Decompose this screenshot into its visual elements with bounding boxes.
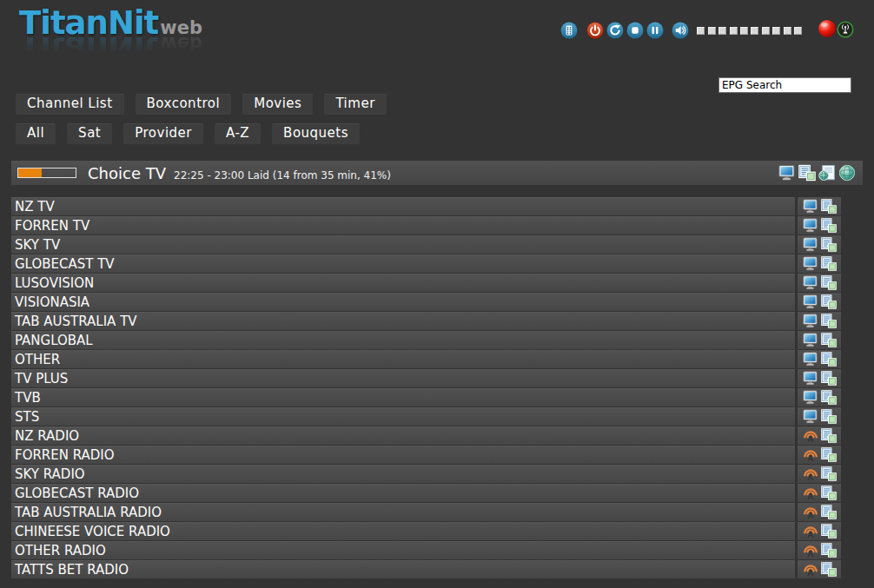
channel-name-cell[interactable]: PANGLOBAL [11,331,795,349]
channel-name-cell[interactable]: CHINEESE VOICE RADIO [11,522,795,540]
restart-icon[interactable] [606,22,624,39]
epg-icon[interactable] [821,428,837,443]
radio-icon[interactable] [803,428,818,443]
remote-icon[interactable] [560,22,578,39]
epg-copy-icon[interactable] [798,164,816,182]
tab-movies[interactable]: Movies [242,94,313,115]
channel-name-cell[interactable]: TATTS BET RADIO [11,560,795,578]
epg-icon[interactable] [821,505,837,519]
epg-icon[interactable] [821,486,837,500]
epg-icon[interactable] [821,237,837,252]
volume-segment[interactable] [784,27,791,35]
channel-name-cell[interactable]: LUSOVISION [11,274,795,292]
globe-icon[interactable] [838,164,856,182]
epg-icon[interactable] [821,199,837,214]
channel-name-cell[interactable]: STS [11,407,795,426]
channel-row: TAB AUSTRALIA RADIO [11,503,841,521]
volume-segment[interactable] [730,27,738,35]
channel-name-cell[interactable]: GLOBECAST TV [11,254,795,273]
tab-boxcontrol[interactable]: Boxcontrol [136,94,232,115]
epg-icon[interactable] [821,390,837,405]
epg-icon[interactable] [821,409,837,424]
radio-icon[interactable] [803,543,818,558]
epg-icon[interactable] [821,256,837,271]
volume-segment[interactable] [772,27,780,35]
channel-name-cell[interactable]: NZ TV [11,197,795,215]
filter-sat[interactable]: Sat [67,123,112,144]
tv-zap-icon[interactable] [803,333,818,347]
epg-icon[interactable] [821,333,837,347]
radio-icon[interactable] [803,524,818,538]
epg-icon[interactable] [821,352,837,367]
channel-name-cell[interactable]: NZ RADIO [11,426,795,445]
channel-name: SKY TV [15,237,60,253]
tv-zap-icon[interactable] [803,314,818,328]
app-logo: TitanNitweb TitanNitweb [19,7,202,64]
channel-name-cell[interactable]: SKY TV [11,235,795,254]
filter-all[interactable]: All [16,123,56,144]
speaker-icon[interactable] [672,22,689,39]
volume-segment[interactable] [762,27,770,35]
channel-name-cell[interactable]: FORREN TV [11,216,795,235]
channel-name-cell[interactable]: TV PLUS [11,369,795,387]
volume-segment[interactable] [697,27,705,35]
volume-segment[interactable] [708,27,716,35]
epg-icon[interactable] [821,314,837,328]
epg-icon[interactable] [821,371,837,386]
tv-zap-icon[interactable] [803,390,818,405]
radio-icon[interactable] [803,562,818,577]
stream-icon[interactable] [837,21,854,38]
channel-name-cell[interactable]: VISIONASIA [11,293,795,311]
tv-zap-icon[interactable] [803,409,818,424]
record-icon [818,19,837,38]
filter-a-z[interactable]: A-Z [215,123,261,144]
channel-name-cell[interactable]: TVB [11,388,795,406]
channel-name-cell[interactable]: TAB AUSTRALIA RADIO [11,503,795,521]
filter-provider[interactable]: Provider [123,123,203,144]
tv-zap-icon[interactable] [803,294,818,309]
epg-search-input[interactable] [718,77,851,93]
epg-icon[interactable] [821,524,837,538]
volume-segment[interactable] [740,27,748,35]
epg-icon[interactable] [821,447,837,462]
channel-name-cell[interactable]: OTHER RADIO [11,541,795,559]
volume-segment[interactable] [794,27,802,35]
channel-row: NZ RADIO [11,426,841,445]
tab-channel-list[interactable]: Channel List [16,94,124,115]
volume-segment[interactable] [718,27,726,35]
channel-row: TATTS BET RADIO [11,560,841,578]
epg-icon[interactable] [821,294,837,309]
epg-web-icon[interactable] [818,164,836,182]
power-icon[interactable] [586,22,604,39]
radio-icon[interactable] [803,486,818,500]
epg-icon[interactable] [821,562,837,577]
tab-timer[interactable]: Timer [324,94,386,115]
channel-name-cell[interactable]: FORREN RADIO [11,446,795,464]
volume-segment[interactable] [751,27,758,35]
epg-icon[interactable] [821,543,837,558]
tv-zap-icon[interactable] [803,237,818,252]
pause-icon[interactable] [646,22,664,39]
channel-name-cell[interactable]: GLOBECAST RADIO [11,484,795,502]
channel-name-cell[interactable]: SKY RADIO [11,465,795,483]
stop-icon[interactable] [626,22,644,39]
epg-icon[interactable] [821,466,837,481]
tv-icon[interactable] [778,164,796,182]
filter-bouquets[interactable]: Bouquets [272,123,360,144]
tv-zap-icon[interactable] [803,256,818,271]
tv-zap-icon[interactable] [803,275,818,290]
radio-icon[interactable] [803,447,818,462]
tv-zap-icon[interactable] [803,199,818,214]
now-playing-info: Choice TV 22:25 - 23:00 Laid (14 from 35… [88,164,391,182]
tv-zap-icon[interactable] [803,218,818,233]
epg-icon[interactable] [821,218,837,233]
channel-name-cell[interactable]: OTHER [11,350,795,368]
tv-zap-icon[interactable] [803,371,818,386]
radio-icon[interactable] [803,466,818,481]
epg-icon[interactable] [821,275,837,290]
radio-icon[interactable] [803,505,818,519]
channel-name-cell[interactable]: TAB AUSTRALIA TV [11,312,795,330]
channel-actions [798,274,841,292]
logo-reflection: TitanNitweb [19,32,202,64]
tv-zap-icon[interactable] [803,352,818,367]
